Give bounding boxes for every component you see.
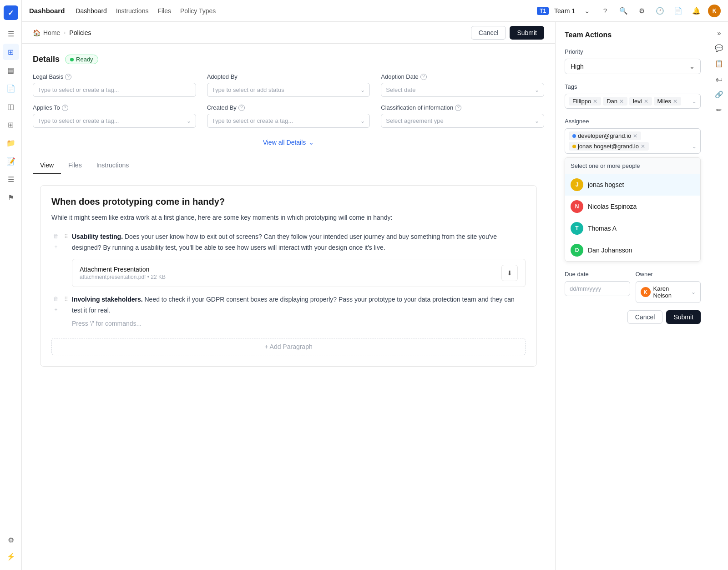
block-content-usability: Usability testing. Does your user know h… (72, 232, 526, 287)
applies-to-field: Applies To ? Type to select or create a … (33, 104, 196, 128)
assignee-container[interactable]: developer@grand.io ✕ jonas hogset@grand.… (565, 128, 701, 154)
header-submit-button[interactable]: Submit (510, 26, 544, 40)
applies-to-input[interactable]: Type to select or create a tag... ⌄ (33, 114, 196, 128)
priority-select[interactable]: High ⌄ (565, 59, 701, 74)
team-badge: T1 (537, 7, 549, 15)
block-controls-stakeholders: 🗑 + (51, 294, 61, 314)
people-item-thomas[interactable]: T Thomas A (565, 217, 700, 239)
block-text-usability: Usability testing. Does your user know h… (72, 232, 526, 253)
topnav-link-files[interactable]: Files (157, 7, 171, 15)
adopted-by-input[interactable]: Type to select or add status ⌄ (207, 83, 370, 97)
adopted-by-chevron: ⌄ (360, 87, 365, 93)
classification-input[interactable]: Select agreement ype ⌄ (381, 114, 544, 128)
adoption-date-help-icon[interactable]: ? (420, 74, 427, 80)
legal-basis-help-icon[interactable]: ? (65, 74, 71, 80)
team-name: Team 1 (554, 7, 575, 15)
tag-remove-dan[interactable]: ✕ (619, 98, 624, 105)
search-icon[interactable]: 🔍 (617, 5, 630, 17)
sidebar-icon-folder[interactable]: 📁 (3, 135, 19, 151)
people-name-dan: Dan Johansson (588, 247, 632, 254)
tab-instructions[interactable]: Instructions (89, 157, 136, 174)
assignee-remove-developer[interactable]: ✕ (633, 133, 637, 139)
block-bold-usability: Usability testing. (72, 233, 123, 240)
sidebar-icon-settings[interactable]: ⚙ (3, 532, 19, 548)
legal-basis-field: Legal Basis ? Type to select or create a… (33, 73, 196, 97)
tag-chip-fillippo: Fillippo ✕ (569, 97, 601, 106)
created-by-chevron: ⌄ (360, 118, 365, 124)
created-by-field: Created By ? Type to select or create a … (207, 104, 370, 128)
people-item-jonas[interactable]: J jonas hogset (565, 174, 700, 196)
applies-to-help-icon[interactable]: ? (62, 105, 68, 111)
adoption-date-label: Adoption Date ? (381, 73, 544, 80)
clock-icon[interactable]: 🕐 (653, 5, 666, 17)
assignee-chip-developer: developer@grand.io ✕ (569, 131, 641, 140)
help-icon[interactable]: ? (599, 5, 612, 17)
bell-icon[interactable]: 🔔 (690, 5, 703, 17)
panel-cancel-button[interactable]: Cancel (627, 310, 663, 324)
sidebar-icon-page[interactable]: 📄 (3, 80, 19, 96)
sidebar-icon-list[interactable]: ☰ (3, 171, 19, 187)
add-block-usability[interactable]: + (51, 242, 61, 252)
view-all-details[interactable]: View all Details ⌄ (33, 135, 544, 150)
legal-basis-input[interactable]: Type to select or create a tag... (33, 83, 196, 97)
created-by-input[interactable]: Type to select or create a tag... ⌄ (207, 114, 370, 128)
download-button[interactable]: ⬇ (501, 265, 518, 281)
tags-container[interactable]: Fillippo ✕ Dan ✕ levi ✕ Miles ✕ (565, 94, 701, 109)
user-avatar[interactable]: K (708, 5, 721, 17)
tab-view[interactable]: View (33, 157, 61, 174)
adoption-date-chevron: ⌄ (535, 87, 539, 93)
topnav-link-policy-types[interactable]: Policy Types (180, 7, 216, 15)
delete-block-usability[interactable]: 🗑 (51, 232, 61, 241)
assignee-remove-jonas[interactable]: ✕ (641, 143, 645, 150)
delete-block-stakeholders[interactable]: 🗑 (51, 294, 61, 303)
docs-icon[interactable]: 📄 (672, 5, 684, 17)
due-date-input[interactable]: dd/mm/yyyy (565, 281, 630, 296)
breadcrumb-home[interactable]: 🏠 Home (33, 29, 60, 36)
people-item-nicolas[interactable]: N Nicolas Espinoza (565, 196, 700, 217)
tag-chip-miles: Miles ✕ (654, 97, 681, 106)
right-icon-comment[interactable]: 💬 (712, 41, 727, 55)
tag-remove-levi[interactable]: ✕ (644, 98, 648, 105)
sidebar-icon-flag[interactable]: ⚑ (3, 189, 19, 206)
created-by-help-icon[interactable]: ? (238, 105, 245, 111)
topnav-link-dashboard[interactable]: Dashboard (76, 7, 107, 15)
tab-files[interactable]: Files (61, 157, 89, 174)
right-icon-clipboard[interactable]: 📋 (712, 56, 727, 71)
people-item-dan[interactable]: D Dan Johansson (565, 239, 700, 261)
people-dropdown-header: Select one or more people (565, 158, 700, 174)
right-icon-edit[interactable]: ✏ (712, 103, 727, 117)
sidebar-icon-layout[interactable]: ▤ (3, 62, 19, 78)
panel-submit-button[interactable]: Submit (666, 310, 701, 324)
tabs: View Files Instructions (33, 157, 544, 174)
people-avatar-dan: D (571, 244, 583, 257)
block-usability: 🗑 + ⠿ Usability testing. Does your user … (51, 232, 526, 287)
sidebar-icon-stack[interactable]: ◫ (3, 98, 19, 115)
sidebar-icon-menu[interactable]: ☰ (3, 25, 19, 42)
tag-remove-fillippo[interactable]: ✕ (593, 98, 597, 105)
right-icon-tag[interactable]: 🏷 (712, 72, 727, 86)
classification-help-icon[interactable]: ? (455, 105, 461, 111)
sidebar-icon-home[interactable]: ⊞ (3, 44, 19, 60)
header-cancel-button[interactable]: Cancel (471, 26, 506, 40)
sidebar-icon-grid[interactable]: ⊞ (3, 116, 19, 133)
adoption-date-input[interactable]: Select date ⌄ (381, 83, 544, 97)
attachment-box: Attachment Presentation attachmentpresen… (72, 259, 526, 287)
expand-icon[interactable]: ⌄ (581, 5, 593, 17)
add-block-stakeholders[interactable]: + (51, 305, 61, 314)
sidebar-icon-lightning[interactable]: ⚡ (3, 548, 19, 565)
right-icon-expand[interactable]: » (712, 25, 727, 40)
topnav-link-instructions[interactable]: Instructions (116, 7, 149, 15)
sidebar-icon-doc[interactable]: 📝 (3, 153, 19, 169)
add-paragraph-button[interactable]: + Add Paragraph (51, 338, 526, 355)
people-avatar-thomas: T (571, 222, 583, 235)
app-logo: ✓ (4, 5, 18, 20)
right-icon-link[interactable]: 🔗 (712, 87, 727, 102)
owner-select[interactable]: K Karen Nelson ⌄ (636, 281, 701, 303)
settings-icon[interactable]: ⚙ (635, 5, 648, 17)
tag-remove-miles[interactable]: ✕ (673, 98, 677, 105)
drag-handle-usability[interactable]: ⠿ (64, 233, 68, 240)
attachment-info: Attachment Presentation attachmentpresen… (80, 266, 166, 280)
drag-handle-stakeholders[interactable]: ⠿ (64, 296, 68, 303)
topnav-links: Dashboard Instructions Files Policy Type… (76, 7, 216, 15)
view-all-chevron: ⌄ (308, 139, 314, 146)
